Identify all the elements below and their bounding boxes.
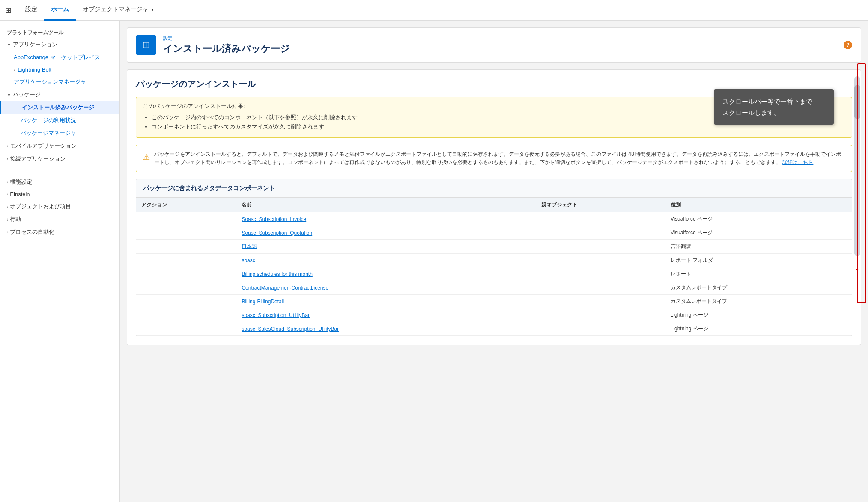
cell-action-6 (136, 295, 236, 308)
cell-type-0: Visualforce ページ (665, 212, 852, 226)
table-row: ContractManagemen-ContractLicense カスタムレポ… (136, 281, 852, 295)
sidebar-mobile-apps-label: モバイルアプリケーション (10, 142, 77, 150)
sidebar: プラットフォームツール ▼ アプリケーション AppExchange マーケット… (0, 21, 120, 502)
scroll-arrow-down-icon[interactable]: ↓ (854, 260, 860, 273)
cell-parent-3 (536, 254, 665, 267)
col-header-parent: 親オブジェクト (536, 198, 665, 212)
nav-settings[interactable]: 設定 (18, 0, 44, 21)
cell-type-5: カスタムレポートタイプ (665, 281, 852, 295)
cell-name-0[interactable]: Soasc_Subscription_Invoice (236, 212, 536, 226)
cell-name-1[interactable]: Soasc_Subscription_Quotation (236, 226, 536, 240)
warning-note-link[interactable]: 詳細はこちら (782, 159, 813, 165)
sidebar-package-manager-label: パッケージマネージャ (21, 129, 76, 137)
sidebar-item-package-manager[interactable]: パッケージマネージャ (0, 127, 119, 140)
app-launcher-icon[interactable]: ⊞ (5, 6, 12, 15)
cell-name-7[interactable]: soasc_Subscription_UtilityBar (236, 308, 536, 322)
sidebar-objects-fields-label: オブジェクトおよび項目 (10, 203, 71, 210)
table-row: Soasc_Subscription_Quotation Visualforce… (136, 226, 852, 240)
sidebar-item-process-automation[interactable]: › プロセスの自動化 (0, 226, 119, 239)
sidebar-item-lightning-bolt[interactable]: › Lightning Bolt (0, 64, 119, 75)
cell-name-4[interactable]: Billing schedules for this month (236, 267, 536, 281)
col-header-action: アクション (136, 198, 236, 212)
warning-triangle-icon: ⚠ (143, 151, 150, 164)
sidebar-item-objects-fields[interactable]: › オブジェクトおよび項目 (0, 200, 119, 213)
page-title: インストール済みパッケージ (163, 42, 290, 55)
table-row: Billing schedules for this month レポート (136, 267, 852, 281)
nav-home[interactable]: ホーム (44, 0, 76, 21)
warning-note: ⚠ パッケージをアンインストールすると、デフォルトで、データおよび関連するメモと… (136, 145, 852, 172)
nav-object-manager[interactable]: オブジェクトマネージャ ▼ (76, 0, 161, 21)
cell-parent-0 (536, 212, 665, 226)
sidebar-package-usage-label: パッケージの利用状況 (21, 117, 76, 124)
cell-parent-7 (536, 308, 665, 322)
cell-type-6: カスタムレポートタイプ (665, 295, 852, 308)
tooltip-line2: スクロールします。 (722, 107, 825, 118)
sidebar-item-app-manager[interactable]: アプリケーションマネージャ (0, 75, 119, 88)
metadata-card: パッケージに含まれるメタデータコンポーネント アクション 名前 親オブジェクト … (136, 179, 852, 336)
chevron-right-icon: › (14, 67, 15, 72)
sidebar-lightning-bolt-label: Lightning Bolt (18, 66, 51, 73)
cell-parent-1 (536, 226, 665, 240)
table-row: soasc レポート フォルダ (136, 254, 852, 267)
sidebar-installed-packages-label: インストール済みパッケージ (22, 104, 94, 111)
table-row: soasc_Subscription_UtilityBar Lightning … (136, 308, 852, 322)
chevron-down-icon: ▼ (150, 7, 155, 12)
cell-action-3 (136, 254, 236, 267)
cell-name-5[interactable]: ContractManagemen-ContractLicense (236, 281, 536, 295)
chevron-right-icon: › (7, 144, 8, 149)
chevron-right-icon: › (7, 157, 8, 161)
cell-parent-4 (536, 267, 665, 281)
metadata-table: アクション 名前 親オブジェクト 種別 Soasc_Subscription_I… (136, 198, 852, 336)
chevron-right-icon: › (7, 180, 8, 185)
cell-action-1 (136, 226, 236, 240)
scroll-indicator: ↓ (854, 76, 860, 273)
table-row: soasc_SalesCloud_Subscription_UtilityBar… (136, 322, 852, 336)
chevron-down-icon: ▼ (7, 93, 11, 97)
breadcrumb: 設定 (163, 35, 290, 42)
table-row: Soasc_Subscription_Invoice Visualforce ペ… (136, 212, 852, 226)
cell-name-8[interactable]: soasc_SalesCloud_Subscription_UtilityBar (236, 322, 536, 336)
sidebar-item-appexchange[interactable]: AppExchange マーケットプレイス (0, 51, 119, 64)
metadata-card-title: パッケージに含まれるメタデータコンポーネント (136, 179, 852, 198)
sidebar-section-platform-tools: プラットフォームツール (0, 26, 119, 38)
main-layout: プラットフォームツール ▼ アプリケーション AppExchange マーケット… (0, 21, 868, 502)
content-area: ⊞ 設定 インストール済みパッケージ ? パッケージのアンインストール このパッ… (120, 21, 868, 502)
sidebar-item-installed-packages[interactable]: インストール済みパッケージ (0, 101, 119, 114)
cell-name-2[interactable]: 日本語 (236, 240, 536, 254)
sidebar-item-applications[interactable]: ▼ アプリケーション (0, 38, 119, 51)
sidebar-item-mobile-apps[interactable]: › モバイルアプリケーション (0, 140, 119, 152)
sidebar-item-package-usage[interactable]: パッケージの利用状況 (0, 114, 119, 127)
sidebar-process-automation-label: プロセスの自動化 (10, 228, 54, 236)
sidebar-item-packages[interactable]: ▼ パッケージ (0, 88, 119, 101)
sidebar-applications-label: アプリケーション (13, 41, 57, 48)
chevron-down-icon: ▼ (7, 42, 11, 47)
sidebar-item-einstein[interactable]: › Einstein (0, 188, 119, 200)
sidebar-connected-apps-label: 接続アプリケーション (10, 155, 66, 163)
help-icon[interactable]: ? (844, 41, 852, 49)
sidebar-item-actions[interactable]: › 行動 (0, 213, 119, 226)
page-title-section: 設定 インストール済みパッケージ (163, 35, 290, 55)
cell-parent-5 (536, 281, 665, 295)
scroll-bar-track[interactable] (854, 76, 860, 256)
sidebar-item-connected-apps[interactable]: › 接続アプリケーション (0, 152, 119, 165)
cell-parent-2 (536, 240, 665, 254)
cell-type-4: レポート (665, 267, 852, 281)
cell-action-0 (136, 212, 236, 226)
cell-type-3: レポート フォルダ (665, 254, 852, 267)
cell-name-3[interactable]: soasc (236, 254, 536, 267)
table-row: Billing-BillingDetail カスタムレポートタイプ (136, 295, 852, 308)
sidebar-item-feature-settings[interactable]: › 機能設定 (0, 176, 119, 188)
sidebar-einstein-label: Einstein (10, 191, 30, 197)
sidebar-feature-settings-label: 機能設定 (10, 178, 32, 186)
table-row: 日本語 言語翻訳 (136, 240, 852, 254)
cell-name-6[interactable]: Billing-BillingDetail (236, 295, 536, 308)
page-header-card: ⊞ 設定 インストール済みパッケージ ? (127, 27, 861, 63)
cell-parent-6 (536, 295, 665, 308)
scroll-bar-thumb[interactable] (854, 85, 860, 119)
chevron-right-icon: › (7, 230, 8, 235)
cell-action-8 (136, 322, 236, 336)
tooltip-line1: スクロールバー等で一番下まで (722, 96, 825, 107)
chevron-right-icon: › (7, 192, 8, 197)
chevron-right-icon: › (7, 217, 8, 222)
cell-type-8: Lightning ページ (665, 322, 852, 336)
